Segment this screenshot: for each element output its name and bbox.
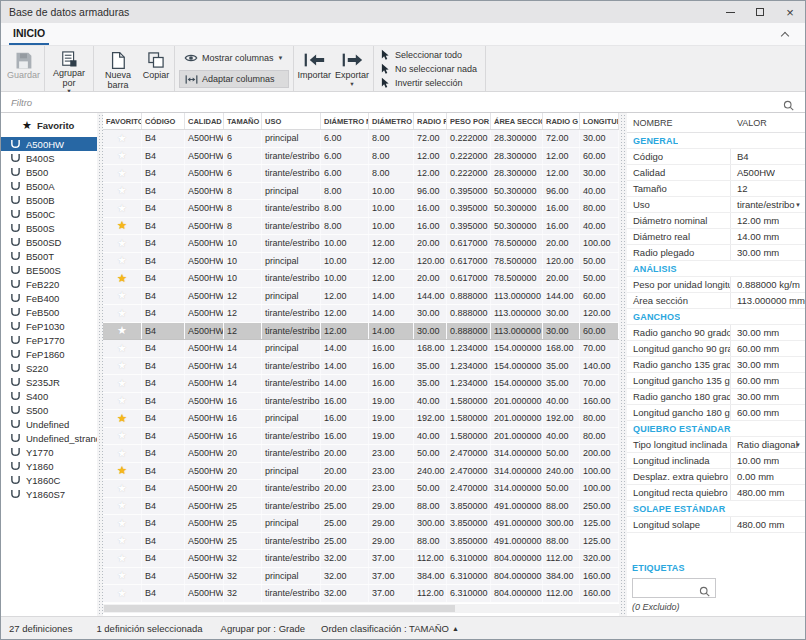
favorite-cell[interactable]: ★ <box>103 515 142 532</box>
sidebar-item[interactable]: A500HW <box>1 137 97 151</box>
table-row[interactable]: ★ B4 A500HW 12 tirante/estribo 12.00 14.… <box>103 305 619 323</box>
column-header[interactable]: PESO POR <box>447 113 491 129</box>
favorite-star-icon[interactable]: ★ <box>117 448 127 459</box>
filter-input[interactable] <box>1 92 805 112</box>
no-seleccionar-nada-button[interactable]: No seleccionar nada <box>380 63 477 75</box>
favorite-star-icon[interactable]: ★ <box>117 518 127 529</box>
adaptar-columnas-button[interactable]: Adaptar columnas <box>179 70 288 88</box>
sidebar-item[interactable]: B500A <box>1 179 97 193</box>
table-row[interactable]: ★ B4 A500HW 25 tirante/estribo 25.00 29.… <box>103 533 619 551</box>
favorite-cell[interactable]: ★ <box>103 253 142 270</box>
dropdown-icon[interactable]: ▼ <box>795 442 801 448</box>
sidebar-item[interactable]: Undefined_strand <box>1 431 97 445</box>
table-row[interactable]: ★ B4 A500HW 12 tirante/estribo 12.00 14.… <box>103 323 619 341</box>
favorite-cell[interactable]: ★ <box>103 270 142 287</box>
table-row[interactable]: ★ B4 A500HW 10 tirante/estribo 10.00 12.… <box>103 270 619 288</box>
table-row[interactable]: ★ B4 A500HW 6 tirante/estribo 6.00 8.00 … <box>103 148 619 166</box>
sidebar-item[interactable]: FeP1860 <box>1 347 97 361</box>
sidebar-item[interactable]: B500 <box>1 165 97 179</box>
sidebar-item[interactable]: Undefined <box>1 417 97 431</box>
table-row[interactable]: ★ B4 A500HW 32 tirante/estribo 32.00 37.… <box>103 585 619 603</box>
importar-button[interactable]: Importar <box>296 47 334 90</box>
dropdown-icon[interactable]: ▼ <box>795 202 801 208</box>
favorite-cell[interactable]: ★ <box>103 218 142 235</box>
sidebar-item[interactable]: B500C <box>1 207 97 221</box>
favorite-cell[interactable]: ★ <box>103 323 142 340</box>
table-row[interactable]: ★ B4 A500HW 20 principal 20.00 23.00 240… <box>103 463 619 481</box>
sidebar-item[interactable]: S235JR <box>1 375 97 389</box>
guardar-button[interactable]: Guardar <box>5 47 42 90</box>
favorite-star-icon[interactable]: ★ <box>117 483 127 494</box>
property-value[interactable]: B4 <box>731 149 749 164</box>
etiquetas-search-input[interactable] <box>633 583 695 593</box>
table-row[interactable]: ★ B4 A500HW 32 principal 32.00 37.00 384… <box>103 568 619 586</box>
favorite-cell[interactable]: ★ <box>103 305 142 322</box>
sidebar-item[interactable]: FeB500 <box>1 305 97 319</box>
favorite-cell[interactable]: ★ <box>103 393 142 410</box>
favorite-star-icon[interactable]: ★ <box>117 255 127 266</box>
favorite-star-icon[interactable]: ★ <box>117 553 127 564</box>
table-row[interactable]: ★ B4 A500HW 14 tirante/estribo 14.00 16.… <box>103 375 619 393</box>
table-row[interactable]: ★ B4 A500HW 16 tirante/estribo 16.00 19.… <box>103 428 619 446</box>
property-value[interactable]: A500HW <box>731 165 775 180</box>
favorite-cell[interactable]: ★ <box>103 148 142 165</box>
favorite-star-icon[interactable]: ★ <box>117 430 127 441</box>
favorite-cell[interactable]: ★ <box>103 480 142 497</box>
favorite-cell[interactable]: ★ <box>103 550 142 567</box>
property-value[interactable]: 60.00 mm <box>731 341 779 356</box>
favorite-star-icon[interactable]: ★ <box>117 185 127 196</box>
favorite-star-icon[interactable]: ★ <box>117 465 127 476</box>
property-value[interactable]: tirante/estribo <box>731 197 795 212</box>
favorite-cell[interactable]: ★ <box>103 585 142 602</box>
property-value[interactable]: 30.00 mm <box>731 389 779 404</box>
property-value[interactable]: 30.00 mm <box>731 245 779 260</box>
property-value[interactable]: 14.00 mm <box>731 229 779 244</box>
seleccionar-todo-button[interactable]: Seleccionar todo <box>380 49 477 61</box>
favorite-star-icon[interactable]: ★ <box>117 203 127 214</box>
sidebar-item[interactable]: B500SD <box>1 235 97 249</box>
maximize-button[interactable] <box>745 1 775 23</box>
sidebar-item[interactable]: B400S <box>1 151 97 165</box>
favorite-star-icon[interactable]: ★ <box>117 413 127 424</box>
column-header[interactable]: TAMAÑO <box>224 113 262 129</box>
table-row[interactable]: ★ B4 A500HW 6 tirante/estribo 6.00 8.00 … <box>103 165 619 183</box>
column-header[interactable]: FAVORITO <box>103 113 142 129</box>
column-header[interactable]: RADIO G <box>543 113 580 129</box>
favorite-cell[interactable]: ★ <box>103 183 142 200</box>
favorite-star-icon[interactable]: ★ <box>117 238 127 249</box>
column-header[interactable]: DIÁMETRO N <box>321 113 369 129</box>
favorite-star-icon[interactable]: ★ <box>117 273 127 284</box>
favorite-cell[interactable]: ★ <box>103 358 142 375</box>
tab-inicio[interactable]: INICIO <box>9 23 49 45</box>
property-value[interactable]: 113.000000 mm² <box>731 293 806 308</box>
favorite-cell[interactable]: ★ <box>103 445 142 462</box>
sidebar-item[interactable]: B500S <box>1 221 97 235</box>
splitter-right[interactable] <box>619 113 627 616</box>
sidebar-item[interactable]: FeB400 <box>1 291 97 305</box>
column-header[interactable]: RADIO P <box>414 113 447 129</box>
sidebar-item[interactable]: FeP1030 <box>1 319 97 333</box>
favorite-cell[interactable]: ★ <box>103 375 142 392</box>
sidebar-item[interactable]: S500 <box>1 403 97 417</box>
property-value[interactable]: 480.00 mm <box>731 485 785 500</box>
table-row[interactable]: ★ B4 A500HW 20 tirante/estribo 20.00 23.… <box>103 445 619 463</box>
table-row[interactable]: ★ B4 A500HW 16 principal 16.00 19.00 192… <box>103 410 619 428</box>
exportar-button[interactable]: Exportar ▼ <box>333 47 371 90</box>
column-header[interactable]: CALIDAD <box>185 113 224 129</box>
sidebar-item[interactable]: B500T <box>1 249 97 263</box>
agrupar-por-button[interactable]: Agrupar por ▼ <box>47 47 91 90</box>
favorite-star-icon[interactable]: ★ <box>117 220 127 231</box>
favorite-star-icon[interactable]: ★ <box>117 570 127 581</box>
table-row[interactable]: ★ B4 A500HW 16 tirante/estribo 16.00 19.… <box>103 393 619 411</box>
favorite-cell[interactable]: ★ <box>103 533 142 550</box>
favorite-cell[interactable]: ★ <box>103 235 142 252</box>
favorite-cell[interactable]: ★ <box>103 498 142 515</box>
nueva-barra-button[interactable]: Nueva barra <box>96 47 140 90</box>
favorite-cell[interactable]: ★ <box>103 340 142 357</box>
property-value[interactable]: Ratio diagonal <box>731 437 798 452</box>
favorite-star-icon[interactable]: ★ <box>117 535 127 546</box>
column-header[interactable]: LONGITUD <box>580 113 619 129</box>
table-row[interactable]: ★ B4 A500HW 10 tirante/estribo 10.00 12.… <box>103 235 619 253</box>
favorite-star-icon[interactable]: ★ <box>117 395 127 406</box>
sidebar-item[interactable]: Y1770 <box>1 445 97 459</box>
